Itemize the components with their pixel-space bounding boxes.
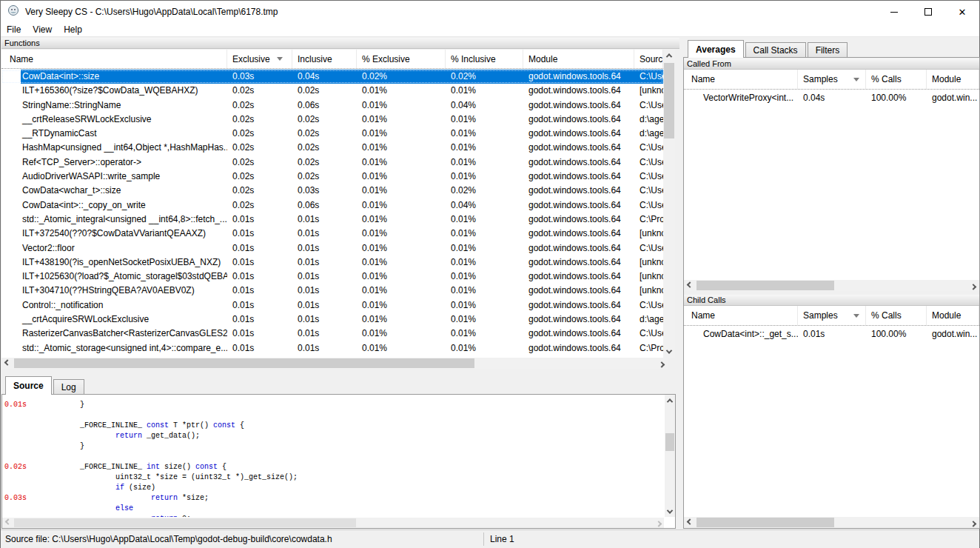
cell: 100.00%	[866, 326, 927, 342]
scroll-left-icon[interactable]	[684, 517, 696, 528]
source-hscrollbar[interactable]	[2, 518, 664, 528]
menu-item-help[interactable]: Help	[58, 23, 88, 36]
table-row[interactable]: Control::_notification0.01s0.01s0.01%0.0…	[1, 298, 663, 313]
table-row[interactable]: ILT+438190(?is_openNetSocketPosixUEBA_NX…	[1, 255, 663, 270]
table-row[interactable]: CowData<int>::_get_s...0.01s100.00%godot…	[684, 326, 979, 342]
scroll-thumb[interactable]	[14, 358, 474, 368]
cell: __crtReleaseSRWLockExclusive	[1, 113, 227, 127]
col-header-name[interactable]: Name	[1, 50, 227, 68]
col-header-samples[interactable]: Samples	[798, 70, 866, 89]
table-row[interactable]: StringName::StringName0.02s0.06s0.01%0.0…	[1, 98, 663, 113]
cell: [unknow	[634, 255, 663, 270]
table-row[interactable]: CowData<wchar_t>::size0.02s0.03s0.01%0.0…	[1, 184, 663, 198]
scroll-left-icon[interactable]	[2, 518, 13, 528]
cell: 0.01%	[446, 298, 523, 313]
scroll-thumb[interactable]	[697, 281, 834, 290]
table-row[interactable]: ILT+304710(??HStringQEBA?AV0AEBV0Z)0.01s…	[1, 284, 663, 298]
tab-log[interactable]: Log	[53, 379, 84, 395]
table-row[interactable]: AudioDriverWASAPI::write_sample0.02s0.02…	[1, 170, 663, 184]
table-row[interactable]: __RTDynamicCast0.02s0.02s0.01%0.01%godot…	[1, 127, 663, 141]
col-header-inclusive[interactable]: Inclusive	[292, 50, 357, 68]
table-row[interactable]: HashMap<unsigned __int64,Object *,HashMa…	[1, 141, 663, 155]
col-header-module[interactable]: Module	[927, 306, 979, 325]
cell: __RTDynamicCast	[1, 127, 227, 141]
scroll-thumb[interactable]	[14, 518, 356, 527]
scroll-down-icon[interactable]	[663, 346, 675, 358]
scroll-up-icon[interactable]	[663, 50, 675, 61]
table-row[interactable]: std::_Atomic_storage<unsigned int,4>::co…	[1, 341, 663, 355]
app-window: Very Sleepy CS - C:\Users\Hugo\AppData\L…	[0, 0, 980, 548]
tab-filters[interactable]: Filters	[808, 42, 848, 58]
cell: AudioDriverWASAPI::write_sample	[1, 170, 227, 184]
scroll-up-icon[interactable]	[665, 395, 675, 406]
col-header-source[interactable]: Source	[634, 50, 663, 68]
code-seg: _get_data();	[142, 432, 200, 440]
cell: 0.04s	[292, 70, 357, 84]
called-from-hscrollbar[interactable]	[684, 280, 979, 291]
col-header-exclusive[interactable]: Exclusive	[227, 50, 292, 68]
table-row[interactable]: CowData<int>::size0.03s0.04s0.02%0.02%go…	[1, 70, 663, 84]
scroll-right-icon[interactable]	[656, 358, 668, 369]
table-row[interactable]: std::_Atomic_integral<unsigned __int64,8…	[1, 213, 663, 227]
col-header-label: Inclusive	[298, 54, 332, 64]
col-header-inclusive[interactable]: % Inclusive	[446, 50, 523, 68]
col-header-calls[interactable]: % Calls	[866, 70, 927, 89]
scroll-left-icon[interactable]	[1, 358, 13, 369]
cell: 0.01%	[446, 241, 523, 255]
table-row[interactable]: CowData<int>::_copy_on_write0.02s0.06s0.…	[1, 198, 663, 213]
scroll-right-icon[interactable]	[967, 280, 979, 291]
cell: 0.01%	[446, 213, 523, 227]
table-row[interactable]: Vector2::floor0.01s0.01s0.01%0.01%godot.…	[1, 241, 663, 255]
scroll-down-icon[interactable]	[665, 506, 675, 517]
col-header-name[interactable]: Name	[684, 70, 798, 89]
cell: Vector2::floor	[1, 241, 227, 255]
table-row[interactable]: Ref<TCP_Server>::operator->0.02s0.02s0.0…	[1, 156, 663, 170]
tab-call-stacks[interactable]: Call Stacks	[745, 42, 806, 58]
tab-source[interactable]: Source	[5, 376, 52, 395]
scroll-thumb[interactable]	[697, 518, 834, 527]
cell: 0.01s	[292, 298, 357, 313]
scroll-right-icon[interactable]	[653, 518, 664, 528]
table-row[interactable]: __crtAcquireSRWLockExclusive0.01s0.01s0.…	[1, 313, 663, 327]
cell: 0.01s	[227, 255, 292, 270]
minimize-button[interactable]	[877, 1, 911, 23]
cell: godot.windows.tools.64	[523, 313, 634, 327]
maximize-button[interactable]	[911, 1, 945, 23]
table-row[interactable]: RasterizerCanvasBatcher<RasterizerCanvas…	[1, 327, 663, 341]
col-header-samples[interactable]: Samples	[798, 306, 866, 325]
col-header-module[interactable]: Module	[927, 70, 979, 89]
table-row[interactable]: ILT+1025630(?load?$_Atomic_storagel$03st…	[1, 270, 663, 284]
functions-vscrollbar[interactable]	[663, 50, 675, 358]
cell: godot.windows.tools.64	[523, 70, 634, 84]
tab-averages[interactable]: Averages	[688, 40, 744, 58]
menu-item-file[interactable]: File	[1, 23, 27, 36]
cell: 0.02s	[227, 127, 292, 141]
col-header-module[interactable]: Module	[523, 50, 634, 68]
window-controls: ✕	[877, 1, 979, 23]
cell: 0.01s	[227, 241, 292, 255]
functions-hscrollbar[interactable]	[1, 358, 668, 369]
time-annotation: 0.03s	[4, 493, 27, 504]
cell: ILT+1025630(?load?$_Atomic_storagel$03st…	[1, 270, 227, 284]
col-header-calls[interactable]: % Calls	[866, 306, 927, 325]
cell: 0.01%	[357, 284, 446, 298]
code-text: return *size;	[151, 493, 209, 504]
scroll-thumb[interactable]	[665, 433, 674, 451]
child-calls-hscrollbar[interactable]	[684, 517, 979, 528]
table-row[interactable]: __crtReleaseSRWLockExclusive0.02s0.02s0.…	[1, 113, 663, 127]
code-text: _FORCE_INLINE_ const T *ptr() const {	[80, 421, 244, 431]
scroll-left-icon[interactable]	[684, 280, 696, 291]
cell: 0.01%	[357, 313, 446, 327]
menu-item-view[interactable]: View	[27, 23, 58, 36]
table-row[interactable]: ILT+372540(??0?$CowDataVVariantQEAAXZ)0.…	[1, 227, 663, 241]
table-row[interactable]: VectorWriteProxy<int...0.04s100.00%godot…	[684, 90, 979, 106]
close-button[interactable]: ✕	[945, 1, 979, 23]
col-header-name[interactable]: Name	[684, 306, 798, 325]
scroll-thumb[interactable]	[664, 63, 674, 138]
scroll-right-icon[interactable]	[967, 517, 979, 528]
col-header-exclusive[interactable]: % Exclusive	[357, 50, 446, 68]
title-bar[interactable]: Very Sleepy CS - C:\Users\Hugo\AppData\L…	[1, 1, 979, 23]
source-vscrollbar[interactable]	[665, 395, 675, 517]
cell: 0.02s	[227, 170, 292, 184]
table-row[interactable]: ILT+165360(?size?$CowData_WQEBAHXZ)0.02s…	[1, 84, 663, 98]
